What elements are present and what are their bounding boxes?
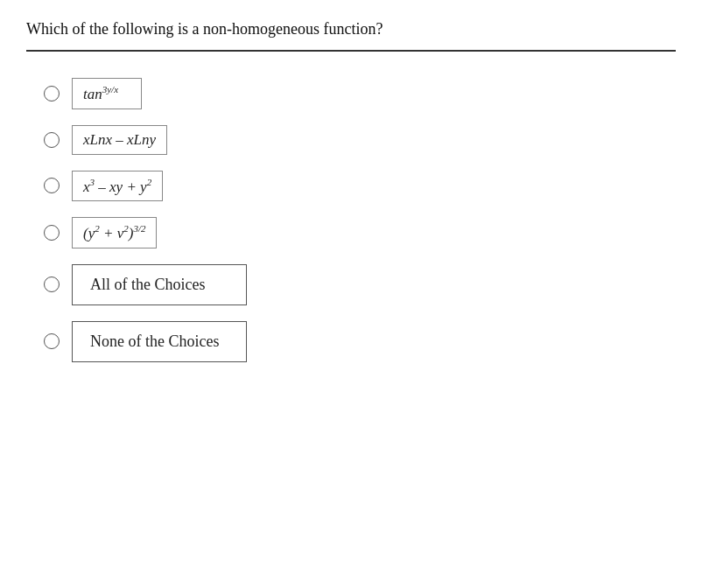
radio-f[interactable] <box>44 333 60 349</box>
option-item-d: (y2 + v2)3/2 <box>44 217 676 248</box>
option-box-b[interactable]: xLnx – xLny <box>72 125 167 155</box>
options-list: tan3y/x xLnx – xLny x3 – xy + y2 (y2 + v… <box>26 78 676 362</box>
option-box-a[interactable]: tan3y/x <box>72 78 142 109</box>
question-text: Which of the following is a non-homogene… <box>26 18 676 41</box>
option-box-c[interactable]: x3 – xy + y2 <box>72 171 163 202</box>
option-item-e: All of the Choices <box>44 264 676 305</box>
radio-b[interactable] <box>44 132 60 148</box>
radio-c[interactable] <box>44 178 60 193</box>
question-section: Which of the following is a non-homogene… <box>26 18 676 52</box>
radio-a[interactable] <box>44 86 60 102</box>
option-item-c: x3 – xy + y2 <box>44 171 676 202</box>
option-item-f: None of the Choices <box>44 321 676 362</box>
option-item-a: tan3y/x <box>44 78 676 109</box>
option-box-e[interactable]: All of the Choices <box>72 264 247 305</box>
radio-d[interactable] <box>44 225 60 241</box>
option-item-b: xLnx – xLny <box>44 125 676 155</box>
radio-e[interactable] <box>44 276 60 292</box>
option-box-d[interactable]: (y2 + v2)3/2 <box>72 217 157 248</box>
option-box-f[interactable]: None of the Choices <box>72 321 247 362</box>
